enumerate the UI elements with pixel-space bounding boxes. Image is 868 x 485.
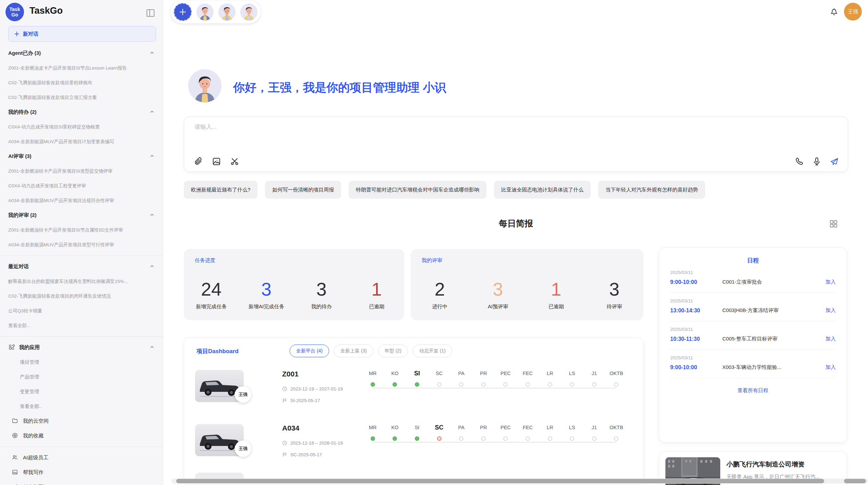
schedule-divider xyxy=(670,378,836,378)
sidebar-item[interactable]: A034-全新新能源MUV产品开发项目法规符合性评审 xyxy=(0,193,163,208)
stat-value: 2 xyxy=(435,279,445,299)
milestone-dot-pending xyxy=(614,382,618,387)
sidebar-group-header[interactable]: 我的待办 (2) xyxy=(0,105,163,120)
sidebar-item[interactable]: A034-全新新能源MUV产品开发项目计划变更表编写 xyxy=(0,134,163,149)
attachment-icon[interactable] xyxy=(194,157,203,166)
schedule-item-main: 10:30-11:30C005-整车工程目标评审加入 xyxy=(670,336,836,342)
milestone-stop: PA xyxy=(450,419,472,441)
dashboard-tab[interactable]: 全新平台 (4) xyxy=(290,345,329,357)
sidebar-link-0[interactable]: 我的云空间 xyxy=(0,414,163,428)
sidebar-item[interactable]: C02-飞腾新能源轻客改款项目里程碑画布 xyxy=(0,75,163,90)
new-chat-button[interactable]: 新对话 xyxy=(8,26,156,42)
app-item[interactable]: 变更管理 xyxy=(0,384,163,399)
microphone-icon[interactable] xyxy=(812,157,821,166)
plus-icon xyxy=(179,8,187,16)
view-all-conversations-link[interactable]: 查看全部... xyxy=(0,318,163,333)
add-conversation-button[interactable] xyxy=(174,3,192,21)
sidebar-tool-1[interactable]: 帮我写作 xyxy=(0,465,163,480)
scrollbar-thumb[interactable] xyxy=(176,479,824,483)
suggestion-chip[interactable]: 当下年轻人对汽车外观有怎样的喜好趋势 xyxy=(598,181,705,199)
sidebar-item[interactable]: C0X4-动力总成开发项目SI里程碑提交物检查 xyxy=(0,120,163,134)
milestone-stop: LR xyxy=(539,419,561,441)
stat-list: 2进行中3AI预评审1已逾期3待评审 xyxy=(411,269,643,320)
suggestion-chip[interactable]: 欧洲新规最近颁布了什么? xyxy=(184,181,257,199)
stat-label: 进行中 xyxy=(432,303,447,310)
milestone-dot-pending xyxy=(570,436,574,441)
sidebar-divider xyxy=(0,256,163,256)
project-dates: 2023-12-19 – 2027-01-19 xyxy=(282,386,343,391)
schedule-name: X003-车辆动力学性能验... xyxy=(722,364,825,371)
sidebar-group-header[interactable]: Agent已办 (3) xyxy=(0,46,163,61)
sidebar-tool-2[interactable]: 创意制图 xyxy=(0,480,163,485)
sidebar-link-label: 我的收藏 xyxy=(23,433,44,439)
conversation-avatar-3[interactable] xyxy=(240,3,257,21)
sidebar-group-title: 最近对话 xyxy=(8,263,29,270)
dashboard-tab[interactable]: 动总开发 (1) xyxy=(413,345,452,357)
sidebar-item[interactable]: C02-飞腾新能源轻客改款项目立项汇报方案 xyxy=(0,90,163,105)
scrollbar-thumb-right[interactable] xyxy=(844,479,866,483)
milestone-dot-pending xyxy=(503,382,508,387)
sidebar-divider xyxy=(0,336,163,337)
recent-conversation-item[interactable]: 解释最新出台的欧盟报废车法规再生塑料比例被调至15%... xyxy=(0,274,163,289)
milestone-label: LR xyxy=(539,369,561,377)
schedule-card: 日程 2025/03/119:00-10:00C001-立项审批会加入2025/… xyxy=(659,247,847,443)
app-item[interactable]: 项目管理 xyxy=(0,355,163,370)
sidebar-item[interactable]: A034-全新新能源MUV产品开发项目造型可行性评审 xyxy=(0,237,163,252)
join-link[interactable]: 加入 xyxy=(825,279,836,285)
milestone-dot-done xyxy=(393,382,397,387)
scissors-icon[interactable] xyxy=(230,157,239,166)
sidebar-item[interactable]: C0X4-动力总成开发项目工程变更评审 xyxy=(0,178,163,193)
recent-conversation-item[interactable]: 公司Q3轻卡销量 xyxy=(0,303,163,318)
sidebar-group-title: AI评审 (3) xyxy=(8,153,32,160)
join-link[interactable]: 加入 xyxy=(825,336,836,342)
milestone-stop: SC xyxy=(428,364,450,387)
sidebar-tool-0[interactable]: AI超级员工 xyxy=(0,450,163,465)
sidebar-collapse-icon[interactable] xyxy=(146,8,155,17)
sidebar-item[interactable]: Z001-全新燃油轻卡产品开发项目SI节点属性5D文件评审 xyxy=(0,223,163,237)
user-avatar[interactable]: 王强 xyxy=(844,3,862,21)
notification-bell-icon[interactable] xyxy=(830,7,839,17)
milestone-connector xyxy=(373,442,616,443)
sidebar-item[interactable]: Z001-全新燃油皮卡产品开发项目SI节点Lesson Learn报告 xyxy=(0,61,163,75)
view-all-apps-link[interactable]: 查看全部.. xyxy=(0,399,163,414)
milestone-stop: SI xyxy=(406,419,428,441)
stat-value: 1 xyxy=(551,279,561,299)
suggestion-chip[interactable]: 比亚迪全固态电池计划具体说了什么 xyxy=(494,181,591,199)
stat-label: 我的待办 xyxy=(311,303,332,310)
project-code: A034 xyxy=(282,424,299,432)
send-icon[interactable] xyxy=(830,157,839,166)
dashboard-tab[interactable]: 年型 (2) xyxy=(378,345,408,357)
message-input[interactable] xyxy=(194,123,777,147)
milestone-dot-pending xyxy=(592,382,596,387)
stat-value: 24 xyxy=(201,279,221,299)
app-item[interactable]: 产品管理 xyxy=(0,370,163,384)
join-link[interactable]: 加入 xyxy=(825,364,836,371)
sidebar-group-title: 我的待办 (2) xyxy=(8,109,37,115)
flag-icon xyxy=(282,452,287,457)
sidebar-item[interactable]: Z001-全新燃油轻卡产品开发项目SI造型提交物评审 xyxy=(0,164,163,178)
join-link[interactable]: 加入 xyxy=(825,307,836,314)
suggestion-chip[interactable]: 特朗普可能对进口汽车增税会对中国车企造成哪些影响 xyxy=(349,181,486,199)
image-upload-icon[interactable] xyxy=(212,157,221,166)
project-owner-badge: 王强 xyxy=(235,386,251,403)
suggestion-chip[interactable]: 如何写一份清晰的项目周报 xyxy=(265,181,341,199)
view-all-schedule-link[interactable]: 查看所有日程 xyxy=(670,387,836,394)
milestone-stop: PEC xyxy=(495,419,517,441)
conversation-avatar-1[interactable] xyxy=(196,3,214,21)
sidebar-group-header[interactable]: 最近对话 xyxy=(0,259,163,274)
brief-layout-icon[interactable] xyxy=(829,219,838,228)
milestone-label: SC xyxy=(428,369,450,377)
photo-icon xyxy=(12,469,18,476)
dashboard-tab[interactable]: 全新上装 (3) xyxy=(334,345,373,357)
sidebar-my-apps[interactable]: 我的应用 xyxy=(0,340,163,355)
conversation-avatar-2[interactable] xyxy=(218,3,236,21)
milestone-dot-pending xyxy=(592,436,596,441)
sidebar-group-header[interactable]: AI评审 (3) xyxy=(0,149,163,164)
stat-label: AI预评审 xyxy=(488,303,508,310)
sidebar-group-header[interactable]: 我的评审 (2) xyxy=(0,208,163,223)
recent-conversation-item[interactable]: C02-飞腾新能源轻客改款项目的闭环通告反馈情况 xyxy=(0,289,163,303)
phone-call-icon[interactable] xyxy=(795,157,804,166)
milestone-label: FEC xyxy=(517,423,539,432)
sidebar-link-1[interactable]: 我的收藏 xyxy=(0,428,163,443)
logo-line2: Go xyxy=(11,12,18,17)
